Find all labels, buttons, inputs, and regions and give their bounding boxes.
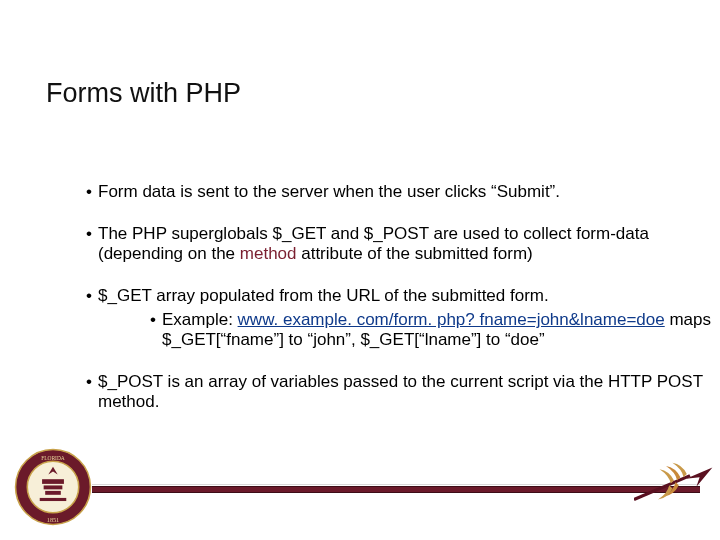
slide-footer: FLORIDA 1851 [0, 446, 720, 526]
svg-text:1851: 1851 [47, 516, 59, 523]
bullet-2-method-word: method [240, 244, 297, 263]
spear-svg [634, 456, 714, 516]
bullet-3-text: $_GET array populated from the URL of th… [98, 286, 549, 305]
bullet-1-text: Form data is sent to the server when the… [98, 182, 560, 201]
seal-svg: FLORIDA 1851 [14, 448, 92, 526]
svg-rect-5 [40, 498, 67, 501]
slide: Forms with PHP Form data is sent to the … [0, 0, 720, 540]
bullet-3-sub-item: Example: www. example. com/form. php? fn… [138, 310, 716, 350]
slide-title: Forms with PHP [46, 78, 241, 109]
bullet-4: $_POST is an array of variables passed t… [86, 372, 716, 412]
example-url-link[interactable]: www. example. com/form. php? fname=john&… [238, 310, 665, 329]
fsu-seal-icon: FLORIDA 1851 [14, 448, 92, 526]
bullet-2-post: attribute of the submitted form) [297, 244, 533, 263]
svg-rect-2 [42, 479, 64, 484]
svg-text:FLORIDA: FLORIDA [41, 455, 65, 461]
bullet-3: $_GET array populated from the URL of th… [86, 286, 716, 350]
bullet-3-sub: Example: www. example. com/form. php? fn… [98, 310, 716, 350]
slide-body: Form data is sent to the server when the… [46, 182, 716, 434]
bullet-3-sub-label: Example: [162, 310, 238, 329]
svg-rect-4 [45, 491, 61, 495]
svg-line-8 [634, 476, 690, 500]
bullet-4-text: $_POST is an array of variables passed t… [98, 372, 703, 411]
bullet-1: Form data is sent to the server when the… [86, 182, 716, 202]
footer-rule [92, 486, 700, 493]
spear-icon [634, 456, 714, 516]
svg-rect-3 [44, 485, 63, 489]
bullet-2: The PHP superglobals $_GET and $_POST ar… [86, 224, 716, 264]
